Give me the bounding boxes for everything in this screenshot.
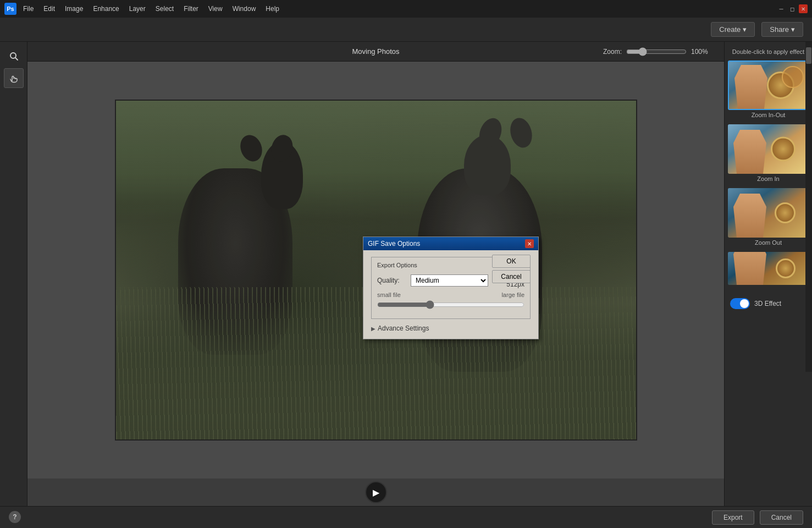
quality-label: Quality: <box>377 277 407 284</box>
bottom-bar: ? Export Cancel <box>0 506 812 528</box>
gif-save-dialog: GIF Save Options ✕ Export Options Qualit… <box>363 237 539 339</box>
app-logo-icon: Ps <box>4 3 16 15</box>
close-button[interactable]: ✕ <box>799 4 808 13</box>
hand-tool[interactable] <box>4 68 24 88</box>
dialog-button-group: OK Cancel <box>492 255 531 283</box>
header-toolbar: Create ▾ Share ▾ <box>0 18 812 42</box>
effect-zoom-in[interactable]: Zoom In <box>728 124 809 184</box>
large-file-label: large file <box>501 292 524 298</box>
advance-settings-label: Advance Settings <box>378 324 429 332</box>
titlebar-right: ─ ◻ ✕ <box>777 4 812 13</box>
menu-enhance[interactable]: Enhance <box>89 3 123 15</box>
gif-dialog-body: Export Options Quality: Low Medium High … <box>363 250 538 339</box>
effect-zoom-in-thumbnail <box>728 124 809 174</box>
quality-select[interactable]: Low Medium High Maximum <box>411 274 488 287</box>
chevron-down-icon: ▾ <box>743 25 747 34</box>
help-button[interactable]: ? <box>9 511 21 523</box>
create-button[interactable]: Create ▾ <box>711 22 755 37</box>
svg-line-1 <box>15 58 18 60</box>
effect-4[interactable] <box>728 252 809 285</box>
effect-zoom-in-out-thumbnail <box>728 61 809 110</box>
effect-zoom-out[interactable]: Zoom Out <box>728 188 809 248</box>
quality-select-wrap: Low Medium High Maximum <box>411 274 488 287</box>
right-scrollbar-thumb <box>806 47 811 64</box>
menu-view[interactable]: View <box>204 3 227 15</box>
titlebar: Ps File Edit Image Enhance Layer Select … <box>0 0 812 18</box>
restore-button[interactable]: ◻ <box>788 4 797 13</box>
zoom-slider[interactable] <box>626 47 687 56</box>
play-button-wrapper: ▶ <box>27 479 724 506</box>
right-panel-header: Double-click to apply effect <box>728 46 809 61</box>
menu-image[interactable]: Image <box>60 3 87 15</box>
advance-settings-row[interactable]: ▶ Advance Settings <box>371 324 531 332</box>
canvas-title: Moving Photos <box>352 47 400 56</box>
right-scrollbar[interactable] <box>805 42 812 372</box>
3d-effect-row: 3D Effect <box>728 294 809 314</box>
left-sidebar <box>0 42 27 506</box>
effect-4-thumbnail <box>728 252 809 285</box>
cancel-main-button[interactable]: Cancel <box>760 510 803 525</box>
menu-filter[interactable]: Filter <box>179 3 203 15</box>
gif-ok-button[interactable]: OK <box>492 255 531 268</box>
file-quality-slider[interactable] <box>377 300 524 309</box>
play-icon: ▶ <box>373 487 379 498</box>
menu-bar: File Edit Image Enhance Layer Select Fil… <box>19 3 284 15</box>
chevron-down-icon: ▾ <box>791 25 795 34</box>
export-button[interactable]: Export <box>712 510 754 525</box>
3d-effect-label: 3D Effect <box>754 300 781 307</box>
gif-dialog-titlebar: GIF Save Options ✕ <box>363 237 538 250</box>
3d-effect-toggle[interactable] <box>730 298 750 309</box>
small-file-label: small file <box>377 292 401 298</box>
canvas-top-bar: Moving Photos Zoom: 100% <box>27 42 724 62</box>
effect-zoom-in-out[interactable]: Zoom In-Out <box>728 61 809 120</box>
titlebar-left: Ps File Edit Image Enhance Layer Select … <box>0 3 284 15</box>
search-tool[interactable] <box>4 46 24 66</box>
file-slider-wrap <box>377 300 524 311</box>
menu-window[interactable]: Window <box>228 3 261 15</box>
zoom-control: Zoom: 100% <box>603 47 713 56</box>
advance-settings-chevron-icon: ▶ <box>371 326 375 332</box>
zoom-label: Zoom: <box>603 48 622 56</box>
effect-zoom-in-label: Zoom In <box>728 174 809 184</box>
size-labels-row: small file large file <box>377 292 524 298</box>
menu-file[interactable]: File <box>19 3 38 15</box>
minimize-button[interactable]: ─ <box>777 4 786 13</box>
menu-edit[interactable]: Edit <box>39 3 59 15</box>
right-panel: Double-click to apply effect Zoom In-Out… <box>724 42 812 506</box>
share-button[interactable]: Share ▾ <box>761 22 803 37</box>
gif-cancel-button[interactable]: Cancel <box>492 270 531 283</box>
gif-dialog-close-button[interactable]: ✕ <box>525 239 534 248</box>
menu-layer[interactable]: Layer <box>125 3 150 15</box>
gif-dialog-title: GIF Save Options <box>368 240 420 248</box>
effect-zoom-out-label: Zoom Out <box>728 238 809 248</box>
play-button[interactable]: ▶ <box>365 481 387 503</box>
effect-zoom-out-thumbnail <box>728 188 809 238</box>
menu-select[interactable]: Select <box>151 3 178 15</box>
zoom-value: 100% <box>691 48 713 56</box>
menu-help[interactable]: Help <box>261 3 284 15</box>
effect-zoom-in-out-label: Zoom In-Out <box>728 110 809 120</box>
